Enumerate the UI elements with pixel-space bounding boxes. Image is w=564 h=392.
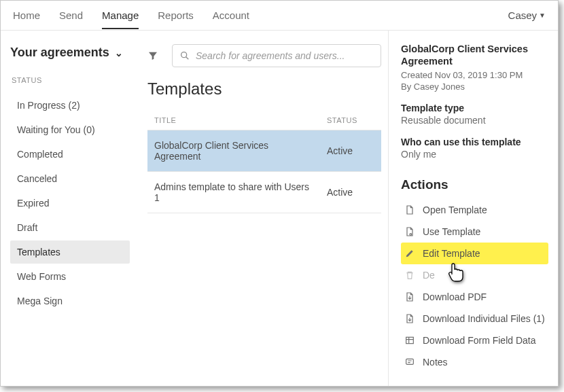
svg-rect-4 [406, 359, 414, 365]
doc-gear-icon [404, 226, 416, 237]
table-row[interactable]: GlobalCorp Client Services AgreementActi… [147, 130, 381, 172]
main-content: Templates TITLE STATUS GlobalCorp Client… [137, 31, 388, 386]
user-name: Casey [508, 10, 537, 21]
action-label: Open Template [423, 204, 487, 215]
nav-item-send[interactable]: Send [59, 1, 83, 29]
row-status: Active [320, 172, 381, 213]
caret-down-icon: ▼ [539, 12, 546, 19]
svg-line-1 [186, 57, 189, 60]
template-type-label: Template type [401, 103, 548, 113]
action-notes[interactable]: Notes [401, 351, 548, 373]
row-status: Active [320, 130, 381, 172]
data-icon [404, 335, 416, 346]
action-dl-files[interactable]: Download Individual Files (1) [401, 308, 548, 329]
sidebar-title-dropdown[interactable]: Your agreements ⌄ [10, 46, 130, 60]
table-row[interactable]: Admins template to share with Users 1Act… [147, 172, 381, 213]
download-icon [404, 291, 416, 302]
sidebar: Your agreements ⌄ STATUS In Progress (2)… [1, 31, 137, 386]
pencil-icon [404, 248, 416, 259]
doc-icon [404, 204, 416, 215]
templates-table: TITLE STATUS GlobalCorp Client Services … [147, 112, 381, 213]
who-label: Who can use this template [401, 137, 548, 147]
action-label: De [423, 270, 435, 281]
actions-heading: Actions [401, 177, 548, 192]
action-label: Download Individual Files (1) [423, 313, 545, 324]
action-open[interactable]: Open Template [401, 199, 548, 221]
sidebar-item-templates[interactable]: Templates [10, 240, 130, 264]
who-value: Only me [401, 149, 548, 160]
search-box[interactable] [172, 44, 381, 67]
action-dl-pdf[interactable]: Download PDF [401, 286, 548, 308]
action-delete: De [401, 264, 548, 286]
nav-item-reports[interactable]: Reports [158, 1, 194, 29]
user-menu[interactable]: Casey ▼ [508, 10, 546, 21]
row-title: GlobalCorp Client Services Agreement [147, 130, 320, 172]
svg-rect-3 [406, 338, 414, 344]
action-label: Use Template [423, 226, 480, 237]
action-dl-fields[interactable]: Download Form Field Data [401, 329, 548, 351]
chevron-down-icon: ⌄ [115, 48, 123, 58]
details-title: GlobalCorp Client Services Agreement [401, 43, 548, 67]
svg-point-2 [410, 234, 412, 236]
sidebar-item-canceled[interactable]: Canceled [10, 167, 130, 190]
sidebar-item-mega-sign[interactable]: Mega Sign [10, 289, 130, 313]
sidebar-item-expired[interactable]: Expired [10, 192, 130, 215]
sidebar-item-web-forms[interactable]: Web Forms [10, 265, 130, 288]
details-panel: GlobalCorp Client Services Agreement Cre… [388, 31, 558, 386]
top-nav: HomeSendManageReportsAccount Casey ▼ [1, 1, 558, 31]
sidebar-section-label: STATUS [12, 76, 128, 84]
action-use[interactable]: Use Template [401, 221, 548, 243]
action-edit[interactable]: Edit Template [401, 243, 548, 264]
download-icon [404, 313, 416, 324]
nav-item-account[interactable]: Account [213, 1, 249, 29]
col-title[interactable]: TITLE [147, 112, 320, 130]
filter-icon[interactable] [147, 50, 158, 61]
page-heading: Templates [147, 79, 381, 99]
nav-item-home[interactable]: Home [13, 1, 40, 29]
note-icon [404, 357, 416, 368]
sidebar-item-completed[interactable]: Completed [10, 143, 130, 166]
sidebar-title-label: Your agreements [10, 46, 109, 60]
details-by: By Casey Jones [401, 82, 548, 92]
action-label: Edit Template [423, 248, 480, 259]
search-icon [179, 50, 190, 61]
row-title: Admins template to share with Users 1 [147, 172, 320, 213]
details-created: Created Nov 03, 2019 1:30 PM [401, 70, 548, 80]
template-type-value: Reusable document [401, 115, 548, 126]
sidebar-item-waiting-for-you-0[interactable]: Waiting for You (0) [10, 118, 130, 141]
action-label: Download Form Field Data [423, 335, 536, 346]
svg-point-0 [181, 52, 187, 58]
sidebar-item-in-progress-2[interactable]: In Progress (2) [10, 94, 130, 117]
action-label: Download PDF [423, 291, 487, 302]
search-input[interactable] [196, 50, 374, 61]
col-status[interactable]: STATUS [320, 112, 381, 130]
trash-icon [404, 270, 416, 281]
nav-item-manage[interactable]: Manage [102, 1, 139, 29]
sidebar-item-draft[interactable]: Draft [10, 216, 130, 239]
action-label: Notes [423, 357, 448, 368]
